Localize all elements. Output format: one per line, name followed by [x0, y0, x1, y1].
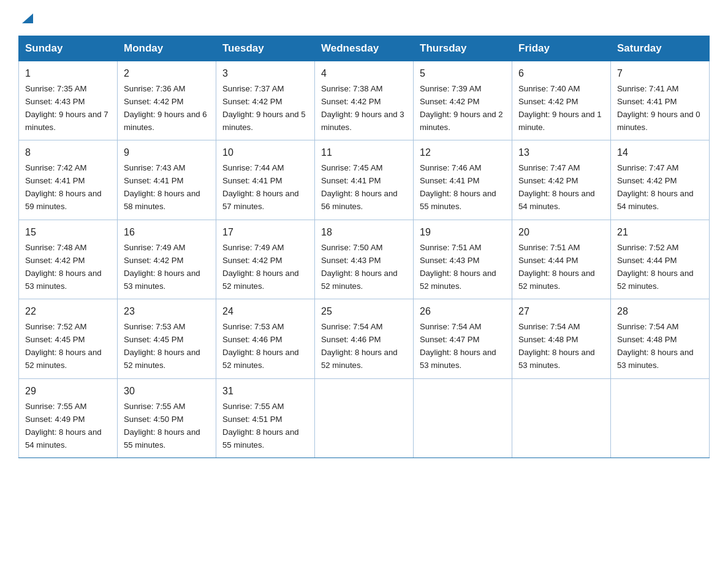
day-number: 14	[617, 145, 703, 161]
day-info: Sunrise: 7:54 AMSunset: 4:48 PMDaylight:…	[617, 322, 694, 370]
day-of-week-header: Friday	[512, 36, 611, 61]
day-number: 1	[25, 66, 111, 82]
calendar-table: SundayMondayTuesdayWednesdayThursdayFrid…	[18, 36, 710, 458]
calendar-day-cell: 22 Sunrise: 7:52 AMSunset: 4:45 PMDaylig…	[19, 299, 118, 378]
day-number: 4	[321, 66, 407, 82]
calendar-day-cell: 31 Sunrise: 7:55 AMSunset: 4:51 PMDaylig…	[216, 378, 315, 458]
day-info: Sunrise: 7:49 AMSunset: 4:42 PMDaylight:…	[124, 243, 200, 291]
day-of-week-header: Tuesday	[216, 36, 315, 61]
day-info: Sunrise: 7:37 AMSunset: 4:42 PMDaylight:…	[222, 84, 306, 132]
day-of-week-header: Wednesday	[315, 36, 414, 61]
calendar-day-cell: 24 Sunrise: 7:53 AMSunset: 4:46 PMDaylig…	[216, 299, 315, 378]
day-number: 29	[25, 384, 111, 399]
calendar-day-cell: 2 Sunrise: 7:36 AMSunset: 4:42 PMDayligh…	[118, 61, 216, 140]
calendar-day-cell	[414, 378, 512, 458]
calendar-day-cell: 13 Sunrise: 7:47 AMSunset: 4:42 PMDaylig…	[512, 140, 611, 220]
day-number: 11	[321, 145, 407, 161]
calendar-day-cell	[512, 378, 611, 458]
day-info: Sunrise: 7:35 AMSunset: 4:43 PMDaylight:…	[25, 84, 108, 132]
day-number: 5	[420, 66, 506, 82]
calendar-day-cell: 29 Sunrise: 7:55 AMSunset: 4:49 PMDaylig…	[19, 378, 118, 458]
calendar-day-cell: 14 Sunrise: 7:47 AMSunset: 4:42 PMDaylig…	[611, 140, 710, 220]
calendar-day-cell: 7 Sunrise: 7:41 AMSunset: 4:41 PMDayligh…	[611, 61, 710, 140]
calendar-day-cell: 17 Sunrise: 7:49 AMSunset: 4:42 PMDaylig…	[216, 220, 315, 299]
calendar-day-cell: 1 Sunrise: 7:35 AMSunset: 4:43 PMDayligh…	[19, 61, 118, 140]
calendar-week-row: 1 Sunrise: 7:35 AMSunset: 4:43 PMDayligh…	[19, 61, 710, 140]
calendar-day-cell: 27 Sunrise: 7:54 AMSunset: 4:48 PMDaylig…	[512, 299, 611, 378]
calendar-day-cell: 30 Sunrise: 7:55 AMSunset: 4:50 PMDaylig…	[118, 378, 216, 458]
day-number: 7	[617, 66, 703, 82]
calendar-day-cell: 5 Sunrise: 7:39 AMSunset: 4:42 PMDayligh…	[414, 61, 512, 140]
day-info: Sunrise: 7:52 AMSunset: 4:45 PMDaylight:…	[25, 322, 102, 370]
calendar-day-cell: 15 Sunrise: 7:48 AMSunset: 4:42 PMDaylig…	[19, 220, 118, 299]
day-info: Sunrise: 7:48 AMSunset: 4:42 PMDaylight:…	[25, 243, 102, 291]
calendar-day-cell: 11 Sunrise: 7:45 AMSunset: 4:41 PMDaylig…	[315, 140, 414, 220]
calendar-day-cell: 21 Sunrise: 7:52 AMSunset: 4:44 PMDaylig…	[611, 220, 710, 299]
day-number: 15	[25, 225, 111, 240]
day-info: Sunrise: 7:54 AMSunset: 4:46 PMDaylight:…	[321, 322, 398, 370]
day-info: Sunrise: 7:43 AMSunset: 4:41 PMDaylight:…	[124, 163, 200, 211]
day-info: Sunrise: 7:55 AMSunset: 4:50 PMDaylight:…	[124, 402, 200, 450]
day-info: Sunrise: 7:46 AMSunset: 4:41 PMDaylight:…	[420, 163, 496, 211]
day-info: Sunrise: 7:42 AMSunset: 4:41 PMDaylight:…	[25, 163, 102, 211]
day-number: 13	[518, 145, 604, 161]
calendar-day-cell: 4 Sunrise: 7:38 AMSunset: 4:42 PMDayligh…	[315, 61, 414, 140]
calendar-day-cell	[611, 378, 710, 458]
calendar-day-cell: 12 Sunrise: 7:46 AMSunset: 4:41 PMDaylig…	[414, 140, 512, 220]
day-number: 10	[222, 145, 308, 161]
day-info: Sunrise: 7:55 AMSunset: 4:49 PMDaylight:…	[25, 402, 102, 450]
day-number: 25	[321, 304, 407, 320]
day-info: Sunrise: 7:36 AMSunset: 4:42 PMDaylight:…	[124, 84, 207, 132]
day-info: Sunrise: 7:54 AMSunset: 4:48 PMDaylight:…	[518, 322, 595, 370]
calendar-day-cell: 23 Sunrise: 7:53 AMSunset: 4:45 PMDaylig…	[118, 299, 216, 378]
calendar-day-cell: 25 Sunrise: 7:54 AMSunset: 4:46 PMDaylig…	[315, 299, 414, 378]
day-number: 24	[222, 304, 308, 320]
calendar-day-cell: 6 Sunrise: 7:40 AMSunset: 4:42 PMDayligh…	[512, 61, 611, 140]
day-number: 19	[420, 225, 506, 240]
day-number: 30	[124, 384, 210, 399]
day-number: 9	[124, 145, 210, 161]
svg-marker-0	[22, 13, 33, 23]
day-info: Sunrise: 7:53 AMSunset: 4:45 PMDaylight:…	[124, 322, 200, 370]
day-info: Sunrise: 7:47 AMSunset: 4:42 PMDaylight:…	[617, 163, 694, 211]
logo-triangle-icon	[21, 12, 34, 25]
day-info: Sunrise: 7:45 AMSunset: 4:41 PMDaylight:…	[321, 163, 398, 211]
day-of-week-header: Thursday	[414, 36, 512, 61]
day-info: Sunrise: 7:53 AMSunset: 4:46 PMDaylight:…	[222, 322, 299, 370]
calendar-day-cell: 26 Sunrise: 7:54 AMSunset: 4:47 PMDaylig…	[414, 299, 512, 378]
day-info: Sunrise: 7:51 AMSunset: 4:43 PMDaylight:…	[420, 243, 496, 291]
calendar-day-cell: 9 Sunrise: 7:43 AMSunset: 4:41 PMDayligh…	[118, 140, 216, 220]
day-number: 31	[222, 384, 308, 399]
logo	[18, 12, 34, 25]
calendar-header-row: SundayMondayTuesdayWednesdayThursdayFrid…	[19, 36, 710, 61]
day-info: Sunrise: 7:51 AMSunset: 4:44 PMDaylight:…	[518, 243, 595, 291]
day-number: 12	[420, 145, 506, 161]
day-info: Sunrise: 7:50 AMSunset: 4:43 PMDaylight:…	[321, 243, 398, 291]
day-info: Sunrise: 7:52 AMSunset: 4:44 PMDaylight:…	[617, 243, 694, 291]
page-header	[18, 12, 710, 25]
day-of-week-header: Sunday	[19, 36, 118, 61]
calendar-day-cell: 8 Sunrise: 7:42 AMSunset: 4:41 PMDayligh…	[19, 140, 118, 220]
day-number: 22	[25, 304, 111, 320]
day-number: 26	[420, 304, 506, 320]
day-info: Sunrise: 7:44 AMSunset: 4:41 PMDaylight:…	[222, 163, 299, 211]
day-of-week-header: Monday	[118, 36, 216, 61]
calendar-day-cell: 10 Sunrise: 7:44 AMSunset: 4:41 PMDaylig…	[216, 140, 315, 220]
day-number: 16	[124, 225, 210, 240]
day-number: 27	[518, 304, 604, 320]
calendar-week-row: 22 Sunrise: 7:52 AMSunset: 4:45 PMDaylig…	[19, 299, 710, 378]
day-info: Sunrise: 7:47 AMSunset: 4:42 PMDaylight:…	[518, 163, 595, 211]
day-number: 28	[617, 304, 703, 320]
day-number: 18	[321, 225, 407, 240]
calendar-week-row: 15 Sunrise: 7:48 AMSunset: 4:42 PMDaylig…	[19, 220, 710, 299]
calendar-day-cell: 3 Sunrise: 7:37 AMSunset: 4:42 PMDayligh…	[216, 61, 315, 140]
calendar-day-cell: 20 Sunrise: 7:51 AMSunset: 4:44 PMDaylig…	[512, 220, 611, 299]
day-number: 3	[222, 66, 308, 82]
day-number: 8	[25, 145, 111, 161]
day-number: 2	[124, 66, 210, 82]
calendar-day-cell: 16 Sunrise: 7:49 AMSunset: 4:42 PMDaylig…	[118, 220, 216, 299]
day-number: 17	[222, 225, 308, 240]
day-info: Sunrise: 7:41 AMSunset: 4:41 PMDaylight:…	[617, 84, 700, 132]
calendar-day-cell: 18 Sunrise: 7:50 AMSunset: 4:43 PMDaylig…	[315, 220, 414, 299]
day-info: Sunrise: 7:49 AMSunset: 4:42 PMDaylight:…	[222, 243, 299, 291]
